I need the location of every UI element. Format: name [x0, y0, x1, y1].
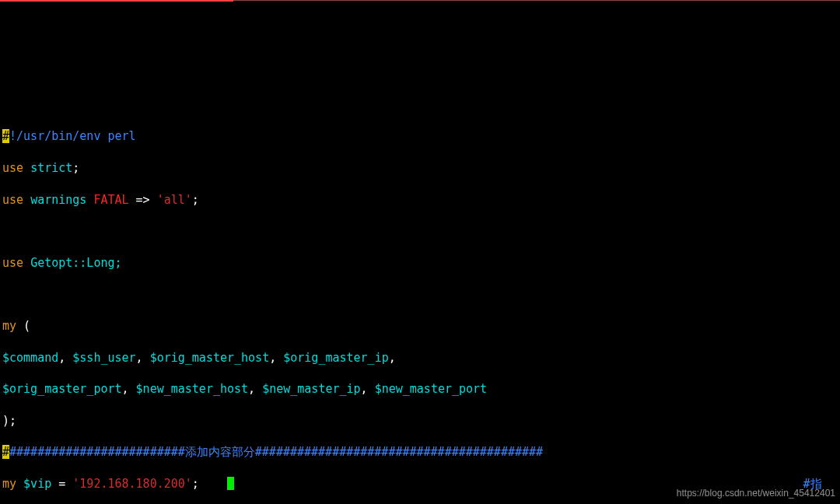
code-editor[interactable]: #!/usr/bin/env perl use strict; use warn… [0, 110, 840, 504]
code-line: #!/usr/bin/env perl [2, 128, 840, 144]
watermark-text: https://blog.csdn.net/weixin_45412401 [677, 485, 835, 501]
blank-line [2, 286, 840, 302]
shebang-hash: # [2, 129, 9, 143]
code-line: ##########################添加内容部分########… [2, 444, 840, 460]
code-line: $orig_master_port, $new_master_host, $ne… [2, 381, 840, 397]
text-cursor [227, 477, 234, 490]
comment-hash: # [2, 445, 9, 459]
shebang-text: !/usr/bin/env perl [9, 129, 136, 143]
code-line: ); [2, 413, 840, 429]
code-line: use Getopt::Long; [2, 255, 840, 271]
blank-line [2, 223, 840, 239]
code-line: use warnings FATAL => 'all'; [2, 192, 840, 208]
code-line: my ( [2, 318, 840, 334]
code-line: use strict; [2, 160, 840, 176]
code-line: $command, $ssh_user, $orig_master_host, … [2, 350, 840, 366]
window-border-top-accent [0, 0, 233, 2]
